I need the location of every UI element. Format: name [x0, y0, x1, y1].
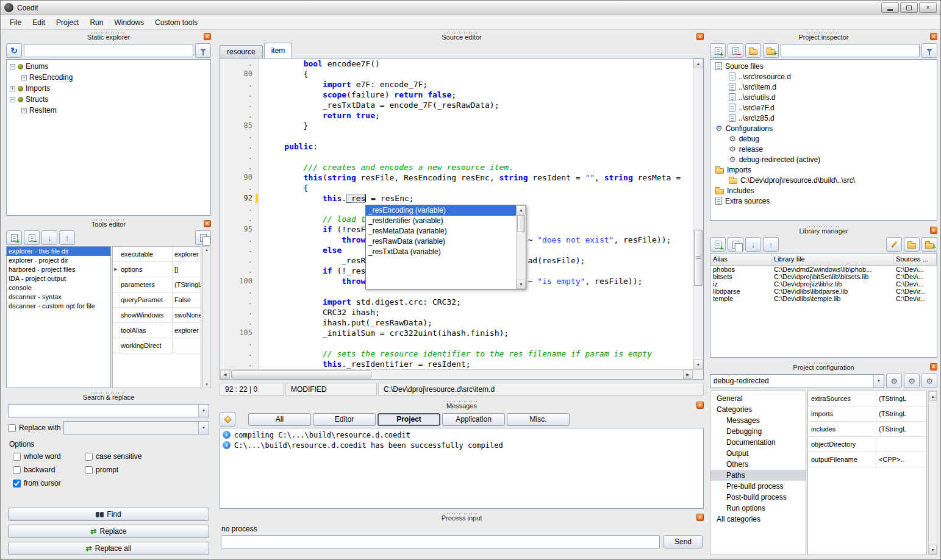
- editor-area[interactable]: .80....85....90.92..95....100....105... …: [220, 58, 704, 369]
- checkbox-input[interactable]: [85, 453, 93, 461]
- message-row[interactable]: icompiling C:\...\build\resource.d.coedi…: [220, 430, 703, 440]
- tree-node[interactable]: +Imports: [7, 83, 210, 94]
- replace-term-combo[interactable]: ▼: [63, 421, 209, 434]
- vertical-scrollbar[interactable]: ▲ ▼: [928, 391, 937, 555]
- table-row[interactable]: bitsetsC:\Dev\dproj\bitSet\lib\bitsets.l…: [710, 273, 937, 280]
- expander-icon[interactable]: −: [10, 64, 15, 69]
- messages-filter-misc[interactable]: Misc.: [507, 413, 570, 426]
- tool-list-item[interactable]: console: [7, 283, 110, 292]
- message-row[interactable]: iC:\...\build\resource.d.coedit has been…: [220, 440, 703, 450]
- add-tool-button[interactable]: [6, 230, 22, 245]
- tool-list-item[interactable]: explorer - this file dir: [7, 247, 110, 256]
- category-others[interactable]: Others: [710, 459, 806, 470]
- scroll-up-button[interactable]: ▲: [929, 391, 937, 401]
- panel-close-icon[interactable]: ×: [204, 33, 211, 40]
- tab-resource[interactable]: resource: [220, 45, 263, 58]
- tree-node[interactable]: C:\Dev\dproj\resource.d\build\..\src\: [710, 175, 937, 185]
- tree-node[interactable]: ..\src\item.d: [710, 82, 937, 92]
- find-button[interactable]: Find: [8, 508, 209, 521]
- panel-close-icon[interactable]: ×: [696, 514, 704, 521]
- tree-node[interactable]: ⚙release: [710, 144, 937, 154]
- checkbox-input[interactable]: [13, 466, 21, 474]
- sync-configuration-button[interactable]: ⚙: [886, 374, 902, 388]
- replace-with-checkbox[interactable]: Replace with: [8, 424, 61, 432]
- menu-item-edit[interactable]: Edit: [27, 16, 51, 29]
- property-value[interactable]: (TStringL: [876, 406, 926, 421]
- tree-node[interactable]: ⚙debug: [710, 133, 937, 144]
- category-output[interactable]: Output: [710, 448, 806, 459]
- configuration-select[interactable]: debug-redirected ▼: [710, 374, 884, 388]
- scroll-right-button[interactable]: ▶: [683, 370, 693, 379]
- tree-node[interactable]: ⚙Configurations: [710, 123, 937, 133]
- property-value[interactable]: explorer: [173, 323, 201, 338]
- panel-close-icon[interactable]: ×: [930, 33, 937, 40]
- scrollbar-thumb[interactable]: [231, 370, 371, 378]
- property-grid-scrollbar[interactable]: ▲ ▼: [202, 246, 211, 388]
- clone-tool-button[interactable]: [195, 230, 211, 245]
- category-pre-build-process[interactable]: Pre-build process: [710, 481, 806, 492]
- checkbox-whole-word[interactable]: whole word: [13, 452, 85, 461]
- completion-item[interactable]: _resEncoding (variable): [366, 205, 516, 216]
- completion-item[interactable]: _resMetaData (variable): [366, 226, 516, 236]
- add-source-button[interactable]: [710, 43, 726, 58]
- horizontal-scrollbar[interactable]: ◀ ▶: [220, 369, 704, 380]
- checkbox-from-cursor[interactable]: from cursor: [13, 479, 85, 487]
- checkbox-input[interactable]: [13, 453, 21, 461]
- category-run-options[interactable]: Run options: [710, 503, 806, 514]
- tree-node[interactable]: ⚙debug-redirected (active): [710, 154, 937, 165]
- tool-list-item[interactable]: dscanner - syntax: [7, 292, 110, 302]
- checkbox-input[interactable]: [13, 480, 21, 487]
- symbol-filter-input[interactable]: [24, 44, 193, 57]
- move-down-button[interactable]: ↓: [41, 230, 57, 245]
- tree-node[interactable]: Includes: [710, 185, 937, 196]
- panel-close-icon[interactable]: ×: [930, 227, 937, 234]
- maximize-button[interactable]: [900, 2, 918, 13]
- category-documentation[interactable]: Documentation: [710, 437, 806, 448]
- remove-tool-button[interactable]: [24, 230, 40, 245]
- scroll-left-button[interactable]: ◀: [220, 370, 230, 379]
- code-area[interactable]: bool encodee7F() { import e7F: encode_7F…: [259, 58, 693, 369]
- process-input-field[interactable]: [221, 535, 660, 548]
- tool-list-item[interactable]: explorer - project dir: [7, 256, 110, 265]
- dropdown-button[interactable]: ▼: [873, 375, 884, 388]
- scrollbar-thumb[interactable]: [517, 215, 525, 232]
- property-value[interactable]: (TStringL: [876, 391, 926, 406]
- edit-library-button[interactable]: [886, 237, 902, 252]
- menu-item-file[interactable]: File: [4, 16, 27, 29]
- scroll-up-button[interactable]: ▲: [693, 58, 703, 68]
- tool-list-item[interactable]: IDA - project output: [7, 274, 110, 283]
- scrollbar-track[interactable]: [517, 233, 526, 280]
- tree-node[interactable]: −Structs: [7, 94, 210, 105]
- move-up-button[interactable]: ↑: [763, 237, 779, 252]
- menu-item-project[interactable]: Project: [51, 16, 84, 29]
- tree-node[interactable]: +ResItem: [7, 105, 210, 116]
- tree-node[interactable]: ..\src\resource.d: [710, 71, 937, 82]
- category-all-categories[interactable]: All categories: [710, 514, 806, 525]
- property-value[interactable]: [173, 338, 201, 353]
- tree-node[interactable]: +ResEncoding: [7, 72, 210, 83]
- tree-node[interactable]: Extra sources: [710, 196, 937, 206]
- clone-configuration-button[interactable]: ⚙: [921, 374, 937, 388]
- add-configuration-button[interactable]: ⚙: [904, 374, 920, 388]
- category-debugging[interactable]: Debugging: [710, 426, 806, 437]
- close-window-button[interactable]: ×: [919, 2, 937, 13]
- category-post-build-process[interactable]: Post-build process: [710, 492, 806, 503]
- completion-item[interactable]: _resIdentifier (variable): [366, 216, 516, 226]
- panel-close-icon[interactable]: ×: [930, 363, 937, 370]
- categories-button[interactable]: [220, 412, 235, 427]
- window-titlebar[interactable]: Coedit ×: [1, 1, 940, 15]
- table-row[interactable]: libdparseC:\Dev\dlibs\libdparse.libC:\De…: [710, 288, 937, 295]
- checkbox-backward[interactable]: backward: [13, 466, 85, 474]
- scroll-down-icon[interactable]: ▼: [205, 383, 209, 386]
- replace-with-checkbox-input[interactable]: [8, 424, 16, 432]
- scroll-up-icon[interactable]: ▲: [205, 248, 209, 252]
- property-value[interactable]: <CPP>..: [876, 452, 926, 467]
- property-value[interactable]: (TStringL: [173, 277, 201, 292]
- completion-scrollbar[interactable]: ▲ ▼: [516, 205, 526, 289]
- property-value[interactable]: [876, 437, 926, 452]
- replace-all-button[interactable]: ⇄ Replace all: [8, 542, 209, 555]
- duplicate-library-button[interactable]: [728, 237, 743, 252]
- tree-node[interactable]: Source files: [710, 61, 937, 71]
- move-down-button[interactable]: ↓: [745, 237, 761, 252]
- table-row[interactable]: phobosC:\Dev\dmd2\windows\lib\phob...C:\…: [710, 266, 937, 273]
